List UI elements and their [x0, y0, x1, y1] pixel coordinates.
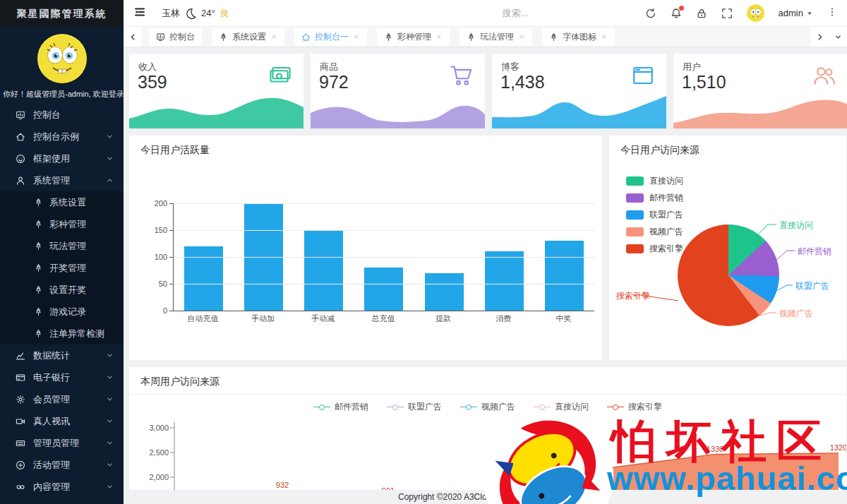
- refresh-icon[interactable]: [645, 8, 656, 19]
- stat-card-博客: 博客1,438: [492, 54, 666, 128]
- legend-item-联盟广告[interactable]: 联盟广告: [626, 206, 683, 223]
- chevron-down-icon: [106, 352, 114, 359]
- legend-label: 邮件营销: [649, 192, 683, 204]
- sidebar-subitem[interactable]: 游戏记录: [0, 301, 124, 323]
- data-point-label: 932: [276, 481, 289, 489]
- bar-x-label: 手动加: [233, 313, 293, 324]
- sparkline-wave: [492, 92, 666, 128]
- legend-item-搜索引擎[interactable]: 搜索引擎: [626, 240, 683, 257]
- sidebar-item[interactable]: 电子银行: [0, 366, 124, 388]
- tab-控制台一[interactable]: 控制台一: [294, 28, 367, 46]
- sidebar-subitem[interactable]: 系统设置: [0, 191, 124, 213]
- sidebar-item-label: 控制台: [33, 109, 114, 121]
- cart-icon: [450, 64, 474, 88]
- legend-item-邮件营销[interactable]: 邮件营销: [626, 189, 683, 206]
- moon-icon: [185, 8, 196, 19]
- sidebar-subitem[interactable]: 设置开奖: [0, 279, 124, 301]
- lock-screen-icon[interactable]: [696, 8, 707, 19]
- sidebar-item[interactable]: 数据统计: [0, 344, 124, 366]
- sidebar-item-label: 系统管理: [33, 174, 106, 187]
- sidebar-subitem[interactable]: 彩种管理: [0, 213, 124, 235]
- tab-玩法管理[interactable]: 玩法管理: [459, 28, 532, 46]
- bar: [425, 273, 464, 311]
- legend-item-视频广告[interactable]: 视频广告: [626, 223, 683, 240]
- sidebar-subitem[interactable]: 玩法管理: [0, 235, 124, 257]
- bar-y-tick: 100: [135, 253, 167, 261]
- app-window: 聚星國際管理系統 你好！超级管理员-admin, 欢迎登录 控制台控制台示例框架…: [0, 0, 847, 504]
- sidebar-subitem[interactable]: 注单异常检测: [0, 323, 124, 344]
- plus-icon: [16, 460, 25, 470]
- sidebar-item[interactable]: 控制台: [0, 104, 124, 126]
- tabs-scroll-left[interactable]: [124, 27, 142, 47]
- search-input[interactable]: [501, 7, 603, 19]
- sidebar-item[interactable]: 活动管理: [0, 454, 124, 476]
- sidebar-item-label: 活动管理: [33, 459, 106, 472]
- legend-item-直接访问[interactable]: 直接访问: [626, 172, 683, 189]
- sparkline-wave: [673, 92, 847, 128]
- user-avatar[interactable]: [37, 34, 87, 83]
- money-icon: [268, 64, 292, 88]
- bank-icon: [16, 373, 25, 383]
- close-icon[interactable]: [601, 33, 608, 40]
- notifications-bell-icon[interactable]: [671, 8, 682, 19]
- bar-y-tick: 50: [135, 280, 167, 288]
- sidebar-subitem[interactable]: 开奖管理: [0, 257, 124, 279]
- hamburger-menu-icon[interactable]: [133, 6, 146, 21]
- tab-彩种管理[interactable]: 彩种管理: [377, 28, 450, 46]
- tree-icon: [34, 198, 43, 207]
- tree-icon: [384, 32, 393, 42]
- sidebar-item-label: 电子银行: [33, 371, 106, 384]
- sidebar-subitem-label: 设置开奖: [49, 284, 86, 296]
- user-menu[interactable]: admin: [779, 8, 813, 18]
- brand-title: 聚星國際管理系統: [0, 0, 124, 27]
- legend-swatch: [626, 193, 644, 203]
- bar: [545, 241, 584, 311]
- sidebar-item[interactable]: 系统管理: [0, 169, 124, 191]
- sidebar-item[interactable]: 会员管理: [0, 388, 124, 410]
- tree-icon: [34, 263, 43, 272]
- data-point-label: 1330: [707, 445, 723, 453]
- sidebar-menu: 控制台控制台示例框架使用系统管理系统设置彩种管理玩法管理开奖管理设置开奖游戏记录…: [0, 104, 124, 498]
- tab-label: 控制台: [169, 31, 195, 43]
- tabs-scroll-right[interactable]: [810, 27, 829, 47]
- smile-icon: [16, 154, 25, 164]
- user-icon: [16, 176, 25, 186]
- tree-icon: [34, 241, 43, 251]
- legend-swatch: [626, 244, 644, 253]
- pie-chart-panel: 今日用户访问来源 直接访问邮件营销联盟广告视频广告搜索引擎 直接访问邮件营销联盟…: [609, 136, 846, 360]
- stat-value: 1,438: [500, 72, 545, 92]
- pie-slice-label: 邮件营销: [798, 246, 831, 258]
- sparkline-wave: [311, 92, 485, 128]
- sidebar-subitem-label: 玩法管理: [49, 240, 86, 253]
- more-options-icon[interactable]: [827, 7, 837, 20]
- tree-icon: [34, 285, 43, 294]
- pie-legend: 直接访问邮件营销联盟广告视频广告搜索引擎: [626, 172, 683, 257]
- tab-系统设置[interactable]: 系统设置: [212, 28, 284, 46]
- legend-label: 视频广告: [649, 226, 683, 238]
- close-icon[interactable]: [435, 33, 443, 40]
- bar-x-label: 手动减: [293, 313, 353, 324]
- close-icon[interactable]: [518, 33, 525, 40]
- bar: [364, 268, 403, 311]
- tree-icon: [34, 329, 43, 338]
- tab-label: 控制台一: [315, 31, 349, 43]
- sidebar-item[interactable]: 框架使用: [0, 148, 124, 169]
- data-point-label: 934: [488, 482, 500, 491]
- tabs-dropdown[interactable]: [829, 27, 847, 47]
- sidebar-item[interactable]: 真人视讯: [0, 410, 124, 432]
- sidebar-item[interactable]: 内容管理: [0, 476, 124, 498]
- close-icon[interactable]: [270, 33, 277, 40]
- tab-label: 彩种管理: [397, 31, 431, 43]
- chart-icon: [16, 351, 25, 361]
- close-icon[interactable]: [353, 33, 360, 40]
- spongebob-avatar-icon: [747, 4, 764, 22]
- sidebar-item[interactable]: 管理员管理: [0, 432, 124, 454]
- tab-字体图标[interactable]: 字体图标: [542, 28, 615, 46]
- topbar-avatar[interactable]: [747, 4, 764, 22]
- sidebar-item[interactable]: 控制台示例: [0, 126, 124, 148]
- sparkline-wave: [129, 92, 304, 128]
- tab-控制台[interactable]: 控制台: [149, 28, 202, 46]
- sidebar-item-label: 框架使用: [33, 152, 106, 165]
- fullscreen-icon[interactable]: [721, 8, 733, 19]
- bar: [485, 251, 524, 311]
